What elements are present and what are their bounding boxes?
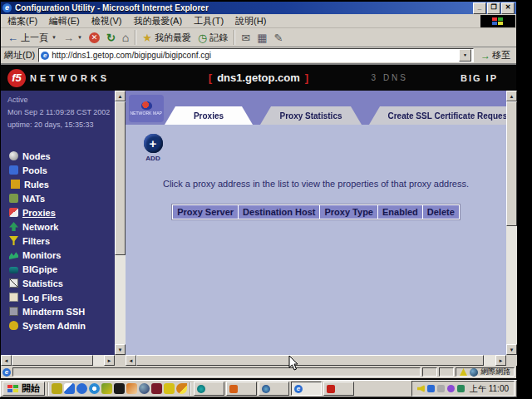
sidebar-item-label: Network [22, 222, 58, 232]
statistics-icon [9, 278, 18, 288]
quick-launch-icon[interactable] [114, 383, 125, 394]
quick-launch-icon[interactable] [176, 383, 187, 394]
refresh-button[interactable]: ↻ [103, 32, 119, 44]
scroll-right-button[interactable]: ► [104, 355, 115, 366]
address-input[interactable]: e http://dns1.getop.com/bigipgui/bigipco… [38, 48, 474, 62]
column-header-proxy-type[interactable]: Proxy Type [320, 205, 377, 219]
windows-logo-icon [492, 17, 504, 25]
sidebar-item-log-files[interactable]: Log Files [9, 290, 112, 304]
go-arrow-icon: → [480, 50, 490, 62]
add-proxy-button[interactable]: + ADD [140, 134, 165, 162]
product-3dns-label: 3 DNS [372, 73, 408, 82]
sidebar-item-nodes[interactable]: Nodes [9, 149, 112, 163]
sidebar-item-network[interactable]: Network [9, 219, 112, 234]
task-window-button[interactable] [259, 382, 289, 396]
back-button[interactable]: ← 上一頁 ▼ [4, 31, 60, 45]
go-button[interactable]: → 移至 [478, 48, 513, 62]
task-window-button[interactable] [323, 382, 354, 396]
history-button[interactable]: ◷ 記錄 [195, 31, 231, 45]
minimize-button[interactable]: _ [473, 2, 486, 14]
column-header-enabled[interactable]: Enabled [378, 205, 422, 219]
sidebar-item-system-admin[interactable]: System Admin [9, 318, 112, 332]
column-header-delete[interactable]: Delete [423, 205, 459, 219]
quick-launch-icon[interactable] [89, 383, 100, 394]
home-button[interactable]: ⌂ [119, 31, 132, 44]
scrollbar-thumb[interactable] [506, 101, 517, 226]
system-status-block: Active Mon Sep 2 11:09:28 CST 2002 uptim… [7, 94, 110, 131]
forward-dropdown-icon[interactable]: ▼ [77, 35, 82, 40]
column-header-proxy-server[interactable]: Proxy Server [173, 205, 238, 219]
main-vertical-scrollbar[interactable]: ▲ ▼ [506, 91, 517, 355]
quick-launch-icon[interactable] [64, 383, 75, 394]
scroll-down-button[interactable]: ▼ [506, 344, 517, 355]
quick-launch-icon[interactable] [151, 383, 162, 394]
url-text[interactable]: http://dns1.getop.com/bigipgui/bigipconf… [52, 51, 459, 60]
tray-icon[interactable] [447, 385, 455, 392]
sidebar-item-rules[interactable]: Rules [9, 177, 112, 191]
scrollbar-thumb[interactable] [12, 355, 93, 366]
main-horizontal-scrollbar[interactable]: ◄ ► [126, 355, 506, 366]
sidebar-item-monitors[interactable]: Monitors [9, 248, 112, 262]
scroll-up-button[interactable]: ▲ [506, 91, 517, 101]
menu-tools[interactable]: 工具(T) [194, 15, 224, 27]
edit-button[interactable]: ✎ [270, 32, 286, 44]
print-button[interactable]: ▦ [254, 32, 270, 44]
scroll-right-button[interactable]: ► [495, 355, 506, 366]
forward-button[interactable]: → ▼ [60, 32, 86, 44]
sidebar-vertical-scrollbar[interactable]: ▲ ▼ [115, 91, 126, 355]
network-map-button[interactable]: NETWORK MAP [129, 95, 164, 122]
address-dropdown-button[interactable]: ▼ [459, 49, 471, 62]
close-button[interactable]: ✕ [501, 2, 515, 14]
log-files-icon [9, 293, 18, 302]
stop-button[interactable]: ✕ [86, 32, 103, 44]
scroll-up-button[interactable]: ▲ [115, 91, 126, 101]
scrollbar-thumb[interactable] [136, 355, 484, 366]
menu-file[interactable]: 檔案(F) [7, 15, 37, 27]
sidebar-item-statistics[interactable]: Statistics [9, 276, 112, 290]
menu-view[interactable]: 檢視(V) [91, 15, 122, 27]
menu-edit[interactable]: 編輯(E) [49, 15, 80, 27]
maximize-button[interactable]: ❐ [487, 2, 500, 14]
scroll-left-button[interactable]: ◄ [1, 355, 12, 366]
tray-icon[interactable] [457, 385, 465, 392]
tray-icon[interactable] [427, 385, 435, 392]
volume-icon[interactable] [417, 385, 425, 392]
scroll-left-button[interactable]: ◄ [126, 355, 136, 366]
column-header-destination-host[interactable]: Destination Host [239, 205, 319, 219]
mail-button[interactable]: ✉ [238, 32, 254, 44]
quick-launch-icon[interactable] [101, 383, 112, 394]
pools-icon [9, 165, 18, 175]
tray-icon[interactable] [437, 385, 445, 392]
start-button[interactable]: 開始 [2, 382, 45, 396]
ie-throbber [480, 15, 515, 27]
tab-proxy-statistics[interactable]: Proxy Statistics [260, 106, 362, 125]
refresh-icon: ↻ [106, 32, 116, 43]
quick-launch-icon[interactable] [76, 383, 87, 394]
sidebar-item-filters[interactable]: Filters [9, 234, 112, 248]
sidebar-item-bigpipe[interactable]: BIGpipe [9, 262, 112, 276]
tab-create-ssl-certificate-request[interactable]: Create SSL Certificate Request [369, 106, 506, 125]
menu-favorites[interactable]: 我的最愛(A) [133, 15, 182, 27]
sidebar-item-mindterm-ssh[interactable]: Mindterm SSH [9, 304, 112, 318]
scrollbar-thumb[interactable] [115, 101, 126, 255]
tab-proxies[interactable]: Proxies [165, 106, 253, 125]
sidebar-item-nats[interactable]: NATs [9, 191, 112, 205]
favorites-button[interactable]: ★ 我的最愛 [139, 31, 195, 45]
proxy-table-header-row: Proxy Server Destination Host Proxy Type… [171, 204, 461, 220]
scroll-down-button[interactable]: ▼ [115, 344, 126, 355]
quick-launch-icon[interactable] [139, 383, 150, 394]
sidebar-item-pools[interactable]: Pools [9, 163, 112, 177]
taskbar-separator [190, 382, 191, 396]
zone-warning-icon [460, 368, 467, 376]
quick-launch-icon[interactable] [126, 383, 137, 394]
menu-help[interactable]: 說明(H) [235, 15, 266, 27]
task-window-button-active[interactable]: e [291, 382, 322, 396]
sidebar-horizontal-scrollbar[interactable]: ◄ ► [1, 355, 115, 366]
task-window-button[interactable] [226, 382, 257, 396]
task-window-button[interactable] [194, 382, 224, 396]
back-dropdown-icon[interactable]: ▼ [52, 35, 57, 40]
quick-launch-icon[interactable] [164, 383, 175, 394]
sidebar-item-proxies[interactable]: Proxies [9, 205, 112, 219]
sidebar-nav-list: Nodes Pools Rules NATs Proxies Network F… [9, 149, 112, 332]
quick-launch-icon[interactable] [52, 383, 62, 394]
